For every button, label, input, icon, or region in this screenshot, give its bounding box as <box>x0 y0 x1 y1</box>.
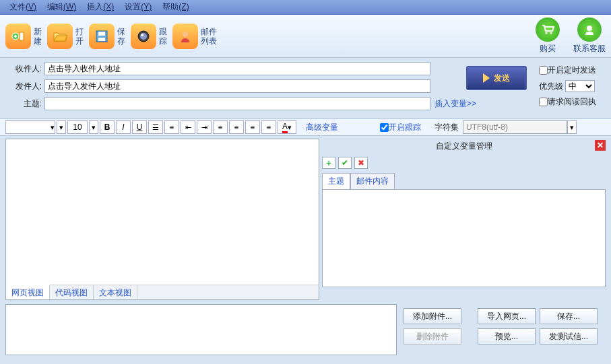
italic-button[interactable]: I <box>116 120 131 134</box>
menu-file[interactable]: 文件(V) <box>4 0 42 14</box>
unordered-list-button[interactable]: ≡ <box>164 120 179 134</box>
menu-bar: 文件(V) 编辑(W) 插入(X) 设置(Y) 帮助(Z) <box>0 0 611 15</box>
tab-code-view[interactable]: 代码视图 <box>50 285 94 299</box>
var-delete-button[interactable]: ✖ <box>354 157 368 169</box>
svg-point-11 <box>546 32 548 34</box>
from-input[interactable] <box>44 79 430 93</box>
insert-variable-link[interactable]: 插入变量>> <box>435 98 476 110</box>
svg-point-12 <box>550 32 552 34</box>
align-right-button[interactable]: ≡ <box>245 120 260 134</box>
send-test-button[interactable]: 发测试信... <box>540 328 598 344</box>
font-size-input[interactable] <box>67 120 88 134</box>
var-apply-button[interactable]: ✔ <box>338 157 352 169</box>
new-button[interactable]: 新建 <box>5 24 43 49</box>
open-icon <box>47 24 73 49</box>
send-options: 开启定时发送 优先级 中 请求阅读回执 <box>539 65 603 112</box>
menu-help[interactable]: 帮助(Z) <box>157 0 194 14</box>
close-icon[interactable]: ✕ <box>595 140 606 151</box>
svg-rect-6 <box>98 38 105 41</box>
subject-label: 主题: <box>8 98 42 110</box>
to-label: 收件人: <box>8 63 42 75</box>
contact-label: 联系客服 <box>573 43 606 54</box>
save-as-button[interactable]: 保存... <box>540 308 598 324</box>
priority-select[interactable]: 中 <box>565 80 595 92</box>
menu-insert[interactable]: 插入(X) <box>82 0 119 14</box>
font-size-dd[interactable]: ▾ <box>89 120 98 134</box>
save-label: 保存 <box>117 27 127 46</box>
var-tab-subject[interactable]: 主题 <box>322 173 350 189</box>
editor-pane: 网页视图 代码视图 文本视图 <box>5 139 319 300</box>
save-button[interactable]: 保存 <box>89 24 127 49</box>
contact-icon <box>577 17 602 42</box>
add-attachment-button[interactable]: 添加附件... <box>404 308 461 324</box>
indent-button[interactable]: ⇥ <box>197 120 212 134</box>
editor-toolbar: ▾ ▾ ▾ B I U ☰ ≡ ⇤ ⇥ ≡ ≡ ≡ ≡ A▾ 高级变量 开启跟踪… <box>0 118 611 136</box>
font-family-dd[interactable]: ▾ <box>57 120 66 134</box>
to-input[interactable] <box>44 62 430 75</box>
contact-button[interactable]: 联系客服 <box>573 17 606 54</box>
editor-view-tabs: 网页视图 代码视图 文本视图 <box>6 285 319 299</box>
main-toolbar: 新建 打开 保存 跟踪 邮件列表 购买 联系客服 <box>0 15 611 58</box>
buy-icon <box>536 17 560 42</box>
variable-pane-title: 自定义变量管理 <box>322 139 606 154</box>
attachment-list[interactable] <box>5 304 397 355</box>
svg-point-10 <box>183 32 188 37</box>
open-button[interactable]: 打开 <box>47 24 85 49</box>
charset-select[interactable] <box>463 120 567 134</box>
editor-body[interactable] <box>6 139 319 287</box>
font-family-button[interactable]: ▾ <box>5 120 55 134</box>
compose-form: 收件人: 发送 发件人: 主题: 插入变量>> <box>0 58 611 118</box>
charset-dd[interactable]: ▾ <box>567 120 577 134</box>
align-center-button[interactable]: ≡ <box>229 120 244 134</box>
track-label: 跟踪 <box>159 27 168 46</box>
preview-button[interactable]: 预览... <box>478 328 536 344</box>
svg-rect-3 <box>20 32 24 40</box>
play-icon <box>483 73 490 83</box>
schedule-checkbox[interactable]: 开启定时发送 <box>539 65 603 76</box>
footer: 添加附件... 删除附件 导入网页... 保存... 预览... 发测试信... <box>5 304 606 355</box>
var-tab-body[interactable]: 邮件内容 <box>350 173 395 189</box>
align-left-button[interactable]: ≡ <box>213 120 228 134</box>
maillist-icon <box>172 24 198 49</box>
track-icon <box>131 24 156 49</box>
new-icon <box>5 24 31 49</box>
buy-button[interactable]: 购买 <box>536 17 560 54</box>
priority-row: 优先级 中 <box>539 80 603 92</box>
svg-point-13 <box>587 26 592 31</box>
svg-rect-2 <box>15 35 16 38</box>
new-label: 新建 <box>34 27 43 46</box>
ordered-list-button[interactable]: ☰ <box>148 120 163 134</box>
receipt-checkbox[interactable]: 请求阅读回执 <box>539 96 603 108</box>
from-label: 发件人: <box>8 81 42 92</box>
underline-button[interactable]: U <box>132 120 147 134</box>
track-button[interactable]: 跟踪 <box>131 24 168 49</box>
variable-pane: 自定义变量管理 ✕ ＋ ✔ ✖ 主题 邮件内容 <box>322 139 606 300</box>
subject-input[interactable] <box>44 97 430 110</box>
font-color-button[interactable]: A▾ <box>278 120 296 134</box>
send-button[interactable]: 发送 <box>466 66 527 90</box>
advanced-variable-link[interactable]: 高级变量 <box>306 122 338 133</box>
menu-edit[interactable]: 编辑(W) <box>42 0 82 14</box>
svg-point-9 <box>141 34 143 36</box>
charset-label: 字符集 <box>435 122 459 133</box>
delete-attachment-button: 删除附件 <box>404 328 461 344</box>
svg-rect-5 <box>98 32 105 36</box>
maillist-label: 邮件列表 <box>201 27 220 46</box>
menu-settings[interactable]: 设置(Y) <box>119 0 157 14</box>
save-icon <box>89 24 115 49</box>
svg-point-8 <box>140 33 147 40</box>
enable-track-checkbox[interactable]: 开启跟踪 <box>380 122 421 133</box>
bold-button[interactable]: B <box>100 120 115 134</box>
buy-label: 购买 <box>540 43 556 54</box>
tab-web-view[interactable]: 网页视图 <box>6 285 50 299</box>
var-add-button[interactable]: ＋ <box>322 157 335 169</box>
tab-text-view[interactable]: 文本视图 <box>94 285 137 299</box>
maillist-button[interactable]: 邮件列表 <box>172 24 220 49</box>
variable-list[interactable] <box>322 189 606 287</box>
outdent-button[interactable]: ⇤ <box>181 120 195 134</box>
open-label: 打开 <box>75 27 85 46</box>
import-webpage-button[interactable]: 导入网页... <box>478 308 536 324</box>
justify-button[interactable]: ≡ <box>261 120 276 134</box>
